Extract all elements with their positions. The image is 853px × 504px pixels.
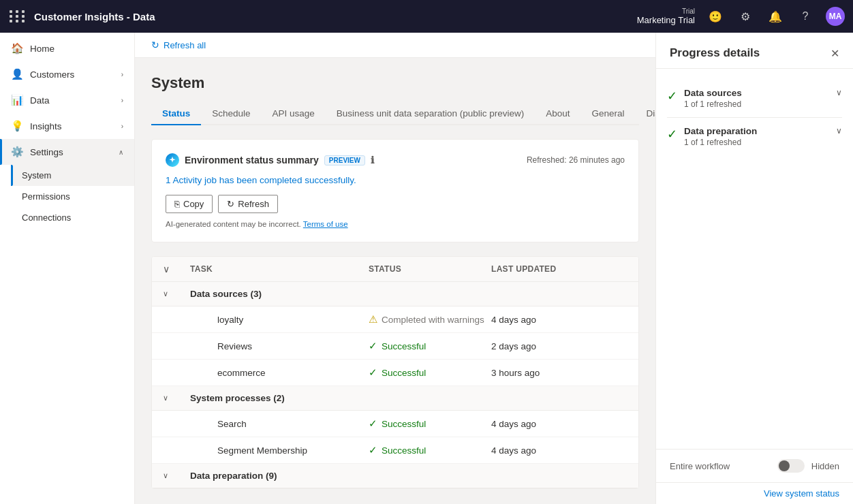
status-loyalty: ⚠ Completed with warnings: [369, 313, 491, 326]
topbar-grid: Customer Insights - Data Trial Marketing…: [8, 7, 845, 26]
table-row: ecommerce ✓ Successful 3 hours ago: [152, 360, 638, 386]
spark-icon: [166, 153, 179, 167]
feedback-button[interactable]: 🙂: [706, 7, 725, 26]
sidebar-system-label: System: [22, 170, 123, 180]
status-segment: ✓ Successful: [369, 444, 491, 456]
waffle-menu-button[interactable]: [8, 7, 27, 26]
col-task: Task: [190, 264, 369, 274]
data-preparation-label: Data preparation (9): [190, 471, 369, 481]
card-actions: ⎘ Copy ↻ Refresh: [166, 195, 625, 213]
page-title: System: [151, 74, 639, 92]
progress-panel-close-button[interactable]: ✕: [831, 47, 839, 60]
notifications-button[interactable]: 🔔: [766, 7, 785, 26]
status-reviews-text: Successful: [382, 341, 426, 351]
toggle-thumb: [779, 460, 790, 471]
table-row: loyalty ⚠ Completed with warnings 4 days…: [152, 306, 638, 333]
insights-chevron-icon: ›: [121, 123, 123, 130]
status-reviews: ✓ Successful: [369, 340, 491, 352]
insights-icon: 💡: [11, 120, 23, 132]
terms-of-use-link[interactable]: Terms of use: [303, 220, 348, 228]
tab-schedule[interactable]: Schedule: [201, 103, 261, 125]
progress-item-data-sources-title: Data sources: [684, 88, 829, 98]
sidebar-connections-label: Connections: [22, 212, 123, 223]
avatar[interactable]: MA: [826, 7, 845, 26]
system-processes-chevron-icon: ∨: [163, 394, 190, 403]
sidebar-item-customers[interactable]: 👤 Customers ›: [0, 61, 134, 87]
table-row: Segment Membership ✓ Successful 4 days a…: [152, 437, 638, 464]
info-icon[interactable]: ℹ: [371, 155, 374, 166]
main-toolbar: ↻ Refresh all: [135, 33, 655, 58]
sidebar-item-system[interactable]: System: [11, 165, 134, 186]
refresh-all-icon: ↻: [151, 40, 159, 50]
status-summary-card: Environment status summary PREVIEW ℹ Ref…: [151, 139, 639, 242]
status-segment-text: Successful: [382, 445, 426, 456]
tab-status[interactable]: Status: [151, 103, 201, 125]
content-area: ↻ Refresh all System Status Schedule API…: [135, 33, 853, 504]
data-sources-label: Data sources (3): [190, 289, 369, 299]
table-row: Reviews ✓ Successful 2 days ago: [152, 333, 638, 360]
sidebar-item-settings[interactable]: ⚙️ Settings ∧: [0, 139, 134, 165]
org-name: Marketing Trial: [637, 15, 695, 25]
sidebar: 🏠 Home 👤 Customers › 📊 Data › 💡 Insights…: [0, 33, 135, 504]
spark-svg: [168, 156, 176, 164]
progress-panel-title: Progress details: [670, 46, 760, 60]
success-icon: ✓: [369, 444, 377, 456]
updated-ecommerce: 3 hours ago: [491, 368, 627, 378]
tab-api-usage[interactable]: API usage: [262, 103, 326, 125]
tabs: Status Schedule API usage Business unit …: [151, 103, 639, 125]
topbar-left: Customer Insights - Data: [8, 7, 155, 26]
sidebar-item-connections[interactable]: Connections: [11, 207, 134, 228]
sidebar-settings-label: Settings: [30, 147, 112, 157]
sidebar-item-home[interactable]: 🏠 Home: [0, 35, 134, 61]
help-button[interactable]: ?: [796, 7, 815, 26]
data-preparation-check-icon: ✓: [667, 127, 677, 142]
app-body: 🏠 Home 👤 Customers › 📊 Data › 💡 Insights…: [0, 33, 853, 504]
org-info: Trial Marketing Trial: [637, 7, 695, 25]
sidebar-item-data[interactable]: 📊 Data ›: [0, 87, 134, 113]
customers-chevron-icon: ›: [121, 71, 123, 78]
status-card-title-text: Environment status summary: [185, 155, 319, 166]
sidebar-home-label: Home: [30, 44, 123, 54]
progress-item-data-preparation: ✓ Data preparation 1 of 1 refreshed ∨: [667, 118, 842, 155]
entire-workflow-toggle[interactable]: [777, 459, 805, 473]
group-data-sources[interactable]: ∨ Data sources (3): [152, 282, 638, 306]
col-status: Status: [369, 264, 491, 274]
task-search: Search: [217, 419, 369, 429]
settings-chevron-icon: ∧: [119, 148, 123, 156]
table-row: Search ✓ Successful 4 days ago: [152, 411, 638, 437]
settings-button[interactable]: ⚙: [736, 7, 755, 26]
expand-all-icon[interactable]: ∨: [163, 264, 190, 274]
progress-body: ✓ Data sources 1 of 1 refreshed ∨ ✓ Data…: [656, 69, 853, 449]
system-processes-label: System processes (2): [190, 393, 369, 403]
updated-reviews: 2 days ago: [491, 341, 627, 351]
disclaimer-text: AI-generated content may be incorrect.: [166, 220, 301, 228]
refresh-all-button[interactable]: ↻ Refresh all: [151, 40, 206, 50]
copy-button[interactable]: ⎘ Copy: [166, 195, 213, 213]
home-icon: 🏠: [11, 42, 23, 54]
status-message-highlight: 1 Activity job: [166, 175, 217, 185]
data-preparation-expand-icon[interactable]: ∨: [836, 126, 842, 136]
status-loyalty-text: Completed with warnings: [382, 315, 484, 325]
view-system-status-link[interactable]: View system status: [656, 482, 853, 504]
sidebar-item-permissions[interactable]: Permissions: [11, 186, 134, 207]
progress-footer: Entire workflow Hidden: [656, 449, 853, 482]
refresh-button[interactable]: ↻ Refresh: [218, 195, 278, 213]
tab-diagnostic[interactable]: Diagnostic: [636, 103, 655, 125]
progress-item-data-sources: ✓ Data sources 1 of 1 refreshed ∨: [667, 80, 842, 118]
progress-panel: Progress details ✕ ✓ Data sources 1 of 1…: [655, 33, 853, 504]
topbar: Customer Insights - Data Trial Marketing…: [0, 0, 853, 33]
data-chevron-icon: ›: [121, 97, 123, 104]
group-system-processes[interactable]: ∨ System processes (2): [152, 386, 638, 411]
tab-general[interactable]: General: [581, 103, 636, 125]
group-data-preparation[interactable]: ∨ Data preparation (9): [152, 464, 638, 488]
sidebar-item-insights[interactable]: 💡 Insights ›: [0, 113, 134, 139]
copy-label: Copy: [183, 199, 204, 209]
data-sources-expand-icon[interactable]: ∨: [836, 88, 842, 97]
tab-business-unit[interactable]: Business unit data separation (public pr…: [326, 103, 535, 125]
refresh-icon: ↻: [227, 199, 234, 209]
preview-badge: PREVIEW: [324, 155, 365, 166]
success-icon: ✓: [369, 366, 377, 379]
status-card-header: Environment status summary PREVIEW ℹ Ref…: [166, 153, 625, 167]
topbar-right: Trial Marketing Trial 🙂 ⚙ 🔔 ? MA: [637, 7, 845, 26]
tab-about[interactable]: About: [535, 103, 580, 125]
